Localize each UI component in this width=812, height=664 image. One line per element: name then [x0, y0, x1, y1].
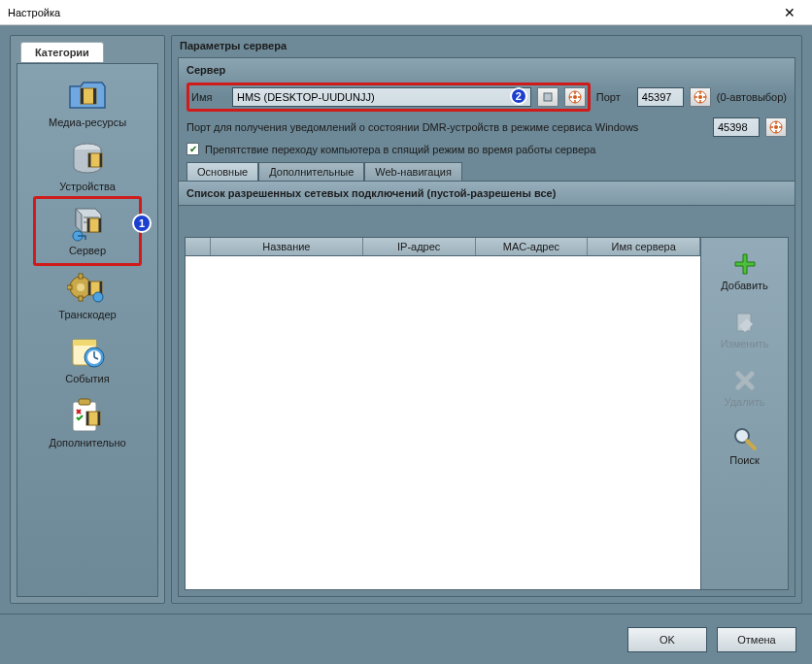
svg-rect-10 [87, 218, 90, 232]
svg-rect-31 [544, 93, 552, 101]
sidebar-item-server[interactable]: 1 Сервер [17, 200, 157, 264]
sidebar: Категории Медиа-ресурсы Устройства 1 [10, 35, 165, 604]
cancel-button[interactable]: Отмена [717, 627, 796, 652]
server-icon [66, 204, 109, 243]
svg-rect-11 [99, 218, 102, 232]
allowed-connections-title: Список разрешенных сетевых подключений (… [179, 181, 795, 206]
panel-body: Сервер Имя 2 Порт [178, 57, 795, 597]
column-ip[interactable]: IP-адрес [363, 238, 476, 255]
name-dropdown-button[interactable] [537, 87, 558, 107]
svg-point-33 [573, 95, 577, 99]
sidebar-item-label: События [17, 373, 157, 384]
highlight-box-name: Имя 2 [186, 83, 591, 112]
footer: OK Отмена [0, 614, 812, 664]
sidebar-item-additional[interactable]: Дополнительно [17, 392, 157, 456]
titlebar: Настройка ✕ [0, 0, 812, 25]
sidebar-item-devices[interactable]: Устройства [17, 136, 157, 200]
column-mac[interactable]: MAC-адрес [476, 238, 589, 255]
svg-point-14 [77, 283, 85, 291]
sidebar-item-label: Сервер [17, 245, 157, 256]
svg-rect-16 [79, 296, 83, 301]
tab-additional[interactable]: Дополнительные [258, 162, 364, 181]
svg-rect-30 [98, 412, 101, 425]
connections-table: Название IP-адрес MAC-адрес Имя сервера [185, 237, 701, 590]
delete-button: Удалить [707, 360, 783, 415]
edit-label: Изменить [721, 338, 769, 349]
svg-point-37 [774, 125, 778, 129]
port-refresh-button[interactable] [690, 87, 711, 107]
sidebar-item-label: Транскодер [17, 309, 157, 320]
notepad-clock-icon [66, 332, 109, 371]
table-body[interactable] [186, 256, 700, 589]
folder-film-icon [66, 76, 109, 115]
search-label: Поиск [729, 454, 759, 466]
svg-rect-29 [86, 412, 89, 425]
table-header: Название IP-адрес MAC-адрес Имя сервера [186, 238, 700, 256]
close-icon[interactable]: ✕ [775, 5, 804, 20]
column-checkbox[interactable] [186, 238, 211, 255]
svg-rect-27 [79, 399, 90, 405]
svg-rect-15 [79, 274, 83, 279]
plus-icon [731, 250, 759, 278]
ok-button[interactable]: OK [627, 627, 707, 652]
add-button[interactable]: Добавить [707, 244, 783, 298]
server-name-input[interactable] [232, 87, 531, 107]
connections-area: Название IP-адрес MAC-адрес Имя сервера … [185, 237, 789, 590]
svg-rect-20 [88, 282, 91, 295]
port-hint: (0-автовыбор) [717, 91, 787, 103]
clipboard-film-icon [66, 396, 109, 435]
action-column: Добавить Изменить Удалить [701, 237, 789, 590]
main-panel: Параметры сервера Сервер Имя 2 [171, 35, 802, 604]
sidebar-item-media[interactable]: Медиа-ресурсы [17, 72, 157, 136]
dmr-port-label: Порт для получения уведомлений о состоян… [186, 121, 707, 133]
svg-rect-6 [100, 153, 103, 167]
dmr-port-input[interactable] [713, 117, 760, 137]
gear-film-icon [66, 268, 109, 307]
drive-film-icon [66, 140, 109, 179]
name-refresh-button[interactable] [564, 87, 586, 107]
search-icon [731, 425, 759, 452]
svg-rect-1 [81, 88, 84, 104]
annotation-badge-2: 2 [510, 87, 527, 105]
add-label: Добавить [721, 280, 768, 291]
svg-rect-2 [93, 88, 96, 104]
content-area: Категории Медиа-ресурсы Устройства 1 [0, 25, 812, 614]
panel-title: Параметры сервера [172, 36, 801, 55]
search-button[interactable]: Поиск [707, 418, 783, 473]
prevent-sleep-checkbox[interactable]: ✔ [186, 143, 199, 155]
sidebar-tab-categories[interactable]: Категории [20, 42, 104, 62]
prevent-sleep-label: Препятствие переходу компьютера в спящий… [205, 144, 595, 155]
svg-point-35 [698, 95, 702, 99]
sidebar-item-events[interactable]: События [17, 328, 157, 392]
tab-main[interactable]: Основные [186, 162, 258, 181]
sidebar-item-label: Устройства [17, 181, 157, 192]
port-label: Порт [596, 91, 631, 103]
sidebar-item-transcoder[interactable]: Транскодер [17, 264, 157, 328]
edit-button: Изменить [707, 302, 783, 356]
port-input[interactable] [637, 87, 684, 107]
dmr-refresh-button[interactable] [765, 117, 787, 137]
delete-label: Удалить [725, 396, 765, 408]
annotation-badge-1: 1 [132, 214, 152, 233]
tab-webnav[interactable]: Web-навигация [364, 162, 462, 181]
edit-icon [731, 309, 759, 336]
server-group-title: Сервер [179, 58, 795, 80]
sidebar-body: Медиа-ресурсы Устройства 1 Сервер [17, 63, 158, 597]
column-name[interactable]: Название [211, 238, 363, 255]
tab-bar: Основные Дополнительные Web-навигация [179, 158, 795, 181]
name-label: Имя [191, 91, 226, 103]
svg-point-22 [93, 292, 103, 302]
window-title: Настройка [8, 7, 775, 18]
svg-rect-17 [67, 285, 72, 289]
svg-rect-5 [88, 153, 91, 167]
column-server[interactable]: Имя сервера [588, 238, 700, 255]
sidebar-item-label: Медиа-ресурсы [17, 116, 157, 128]
sidebar-item-label: Дополнительно [17, 437, 157, 448]
delete-icon [731, 367, 759, 394]
